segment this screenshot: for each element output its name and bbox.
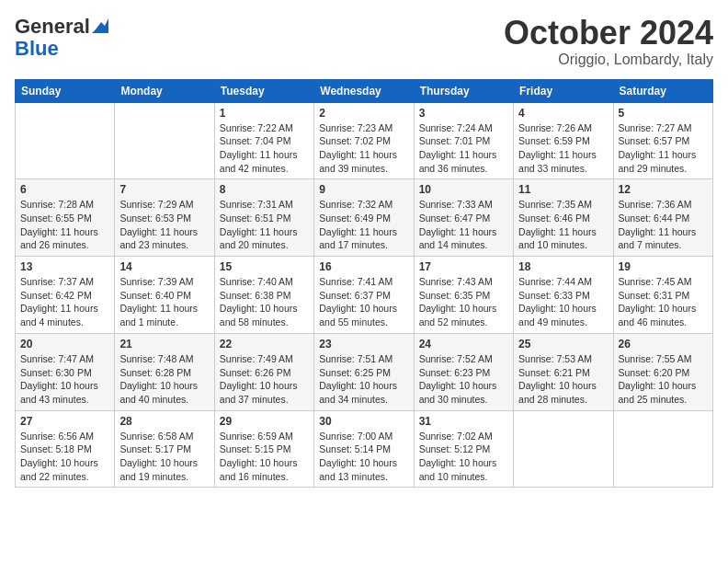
day-detail: Sunrise: 7:45 AMSunset: 6:31 PMDaylight:… [619, 275, 708, 329]
calendar-cell: 18Sunrise: 7:44 AMSunset: 6:33 PMDayligh… [514, 257, 613, 334]
weekday-header-sunday: Sunday [16, 79, 115, 102]
day-number: 4 [518, 107, 608, 120]
day-detail: Sunrise: 7:51 AMSunset: 6:25 PMDaylight:… [319, 352, 408, 407]
calendar-cell: 26Sunrise: 7:55 AMSunset: 6:20 PMDayligh… [613, 333, 712, 410]
calendar-cell: 29Sunrise: 6:59 AMSunset: 5:15 PMDayligh… [214, 410, 313, 488]
day-detail: Sunrise: 7:49 AMSunset: 6:26 PMDaylight:… [220, 352, 309, 407]
day-number: 14 [119, 260, 209, 273]
day-number: 5 [619, 107, 708, 120]
day-number: 18 [518, 260, 608, 273]
logo-blue: Blue [15, 39, 59, 59]
day-detail: Sunrise: 7:26 AMSunset: 6:59 PMDaylight:… [518, 121, 608, 176]
day-detail: Sunrise: 7:47 AMSunset: 6:30 PMDaylight:… [20, 352, 109, 407]
location: Origgio, Lombardy, Italy [504, 52, 713, 68]
day-detail: Sunrise: 7:27 AMSunset: 6:57 PMDaylight:… [619, 121, 708, 176]
day-detail: Sunrise: 7:41 AMSunset: 6:37 PMDaylight:… [319, 275, 408, 329]
day-number: 30 [319, 415, 408, 428]
month-title: October 2024 [504, 15, 713, 52]
calendar-week-2: 6Sunrise: 7:28 AMSunset: 6:55 PMDaylight… [16, 179, 713, 257]
calendar-cell: 5Sunrise: 7:27 AMSunset: 6:57 PMDaylight… [613, 102, 712, 179]
calendar-cell: 30Sunrise: 7:00 AMSunset: 5:14 PMDayligh… [314, 410, 414, 488]
calendar-cell: 25Sunrise: 7:53 AMSunset: 6:21 PMDayligh… [514, 333, 613, 410]
weekday-header-saturday: Saturday [613, 79, 712, 102]
calendar-cell [613, 410, 712, 488]
day-detail: Sunrise: 7:40 AMSunset: 6:38 PMDaylight:… [220, 275, 309, 329]
day-number: 24 [419, 338, 508, 350]
day-number: 27 [20, 415, 109, 428]
day-number: 31 [419, 415, 508, 428]
day-number: 9 [319, 183, 408, 196]
calendar-cell: 24Sunrise: 7:52 AMSunset: 6:23 PMDayligh… [414, 333, 513, 410]
calendar-cell: 28Sunrise: 6:58 AMSunset: 5:17 PMDayligh… [115, 410, 214, 488]
day-detail: Sunrise: 7:02 AMSunset: 5:12 PMDaylight:… [419, 430, 508, 484]
day-number: 15 [220, 260, 309, 273]
logo-bird-icon [92, 17, 108, 33]
day-detail: Sunrise: 7:22 AMSunset: 7:04 PMDaylight:… [220, 121, 309, 176]
day-detail: Sunrise: 7:28 AMSunset: 6:55 PMDaylight:… [20, 198, 109, 252]
calendar-cell: 7Sunrise: 7:29 AMSunset: 6:53 PMDaylight… [115, 179, 214, 257]
day-number: 11 [518, 183, 608, 196]
day-detail: Sunrise: 7:37 AMSunset: 6:42 PMDaylight:… [20, 275, 109, 329]
weekday-header-monday: Monday [115, 79, 214, 102]
day-detail: Sunrise: 7:00 AMSunset: 5:14 PMDaylight:… [319, 430, 408, 484]
day-number: 16 [319, 260, 408, 273]
calendar-cell: 9Sunrise: 7:32 AMSunset: 6:49 PMDaylight… [314, 179, 414, 257]
calendar-cell: 6Sunrise: 7:28 AMSunset: 6:55 PMDaylight… [16, 179, 115, 257]
day-detail: Sunrise: 7:44 AMSunset: 6:33 PMDaylight:… [518, 275, 608, 329]
day-number: 17 [419, 260, 508, 273]
calendar-week-1: 1Sunrise: 7:22 AMSunset: 7:04 PMDaylight… [16, 102, 713, 179]
weekday-header-tuesday: Tuesday [214, 79, 313, 102]
day-number: 3 [419, 107, 508, 120]
svg-marker-0 [92, 18, 108, 33]
calendar-cell: 17Sunrise: 7:43 AMSunset: 6:35 PMDayligh… [414, 257, 513, 334]
weekday-header-wednesday: Wednesday [314, 79, 414, 102]
calendar-cell: 8Sunrise: 7:31 AMSunset: 6:51 PMDaylight… [214, 179, 313, 257]
calendar-cell: 27Sunrise: 6:56 AMSunset: 5:18 PMDayligh… [16, 410, 115, 488]
weekday-header-row: SundayMondayTuesdayWednesdayThursdayFrid… [16, 79, 713, 102]
day-number: 10 [419, 183, 508, 196]
day-number: 1 [220, 107, 309, 120]
calendar-cell: 12Sunrise: 7:36 AMSunset: 6:44 PMDayligh… [613, 179, 712, 257]
day-detail: Sunrise: 7:43 AMSunset: 6:35 PMDaylight:… [419, 275, 508, 329]
day-number: 2 [319, 107, 408, 120]
calendar-cell: 2Sunrise: 7:23 AMSunset: 7:02 PMDaylight… [314, 102, 414, 179]
calendar-cell: 4Sunrise: 7:26 AMSunset: 6:59 PMDaylight… [514, 102, 613, 179]
day-number: 7 [119, 183, 209, 196]
day-detail: Sunrise: 7:53 AMSunset: 6:21 PMDaylight:… [518, 352, 608, 407]
title-block: October 2024 Origgio, Lombardy, Italy [504, 15, 713, 68]
day-detail: Sunrise: 7:48 AMSunset: 6:28 PMDaylight:… [119, 352, 209, 407]
day-number: 29 [220, 415, 309, 428]
day-number: 19 [619, 260, 708, 273]
day-detail: Sunrise: 6:59 AMSunset: 5:15 PMDaylight:… [220, 430, 309, 484]
calendar-cell [16, 102, 115, 179]
calendar-cell: 3Sunrise: 7:24 AMSunset: 7:01 PMDaylight… [414, 102, 513, 179]
weekday-header-thursday: Thursday [414, 79, 513, 102]
day-number: 8 [220, 183, 309, 196]
day-number: 25 [518, 338, 608, 350]
calendar-cell: 22Sunrise: 7:49 AMSunset: 6:26 PMDayligh… [214, 333, 313, 410]
calendar-week-4: 20Sunrise: 7:47 AMSunset: 6:30 PMDayligh… [16, 333, 713, 410]
day-detail: Sunrise: 7:29 AMSunset: 6:53 PMDaylight:… [119, 198, 209, 252]
calendar-week-3: 13Sunrise: 7:37 AMSunset: 6:42 PMDayligh… [16, 257, 713, 334]
logo: General Blue [15, 15, 108, 59]
calendar-cell: 19Sunrise: 7:45 AMSunset: 6:31 PMDayligh… [613, 257, 712, 334]
calendar-cell: 23Sunrise: 7:51 AMSunset: 6:25 PMDayligh… [314, 333, 414, 410]
day-detail: Sunrise: 6:56 AMSunset: 5:18 PMDaylight:… [20, 430, 109, 484]
weekday-header-friday: Friday [514, 79, 613, 102]
calendar-cell: 15Sunrise: 7:40 AMSunset: 6:38 PMDayligh… [214, 257, 313, 334]
day-detail: Sunrise: 7:35 AMSunset: 6:46 PMDaylight:… [518, 198, 608, 252]
calendar-cell: 1Sunrise: 7:22 AMSunset: 7:04 PMDaylight… [214, 102, 313, 179]
day-number: 21 [119, 338, 209, 350]
calendar-cell: 14Sunrise: 7:39 AMSunset: 6:40 PMDayligh… [115, 257, 214, 334]
calendar-cell: 21Sunrise: 7:48 AMSunset: 6:28 PMDayligh… [115, 333, 214, 410]
day-detail: Sunrise: 7:36 AMSunset: 6:44 PMDaylight:… [619, 198, 708, 252]
day-detail: Sunrise: 7:39 AMSunset: 6:40 PMDaylight:… [119, 275, 209, 329]
calendar-cell: 13Sunrise: 7:37 AMSunset: 6:42 PMDayligh… [16, 257, 115, 334]
day-detail: Sunrise: 7:52 AMSunset: 6:23 PMDaylight:… [419, 352, 508, 407]
calendar-cell: 10Sunrise: 7:33 AMSunset: 6:47 PMDayligh… [414, 179, 513, 257]
day-number: 22 [220, 338, 309, 350]
day-number: 20 [20, 338, 109, 350]
day-detail: Sunrise: 7:33 AMSunset: 6:47 PMDaylight:… [419, 198, 508, 252]
day-number: 12 [619, 183, 708, 196]
day-detail: Sunrise: 7:24 AMSunset: 7:01 PMDaylight:… [419, 121, 508, 176]
